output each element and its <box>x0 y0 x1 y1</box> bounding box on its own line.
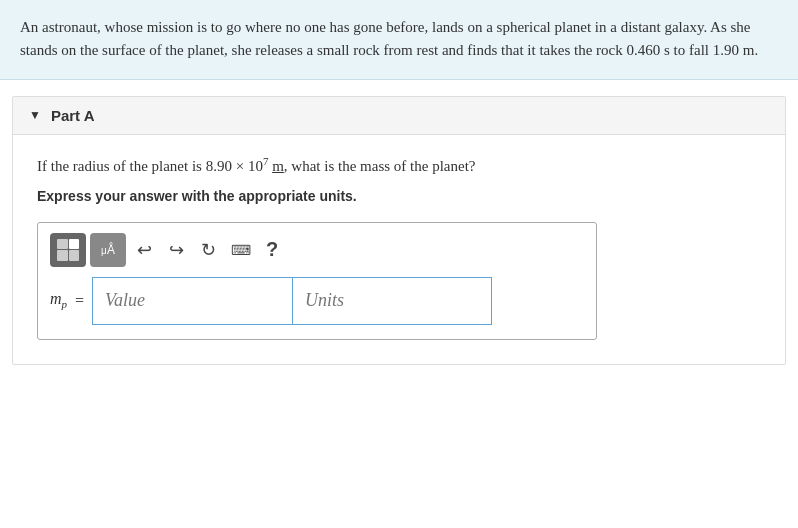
part-a-content: If the radius of the planet is 8.90 × 10… <box>13 135 785 364</box>
variable-subscript: p <box>62 299 68 311</box>
help-button[interactable]: ? <box>258 233 286 267</box>
collapse-arrow-icon[interactable]: ▼ <box>29 108 41 123</box>
equals-sign: = <box>75 292 84 310</box>
undo-button[interactable]: ↩ <box>130 233 158 267</box>
undo-icon: ↩ <box>137 239 152 261</box>
value-input[interactable] <box>92 277 292 325</box>
answer-box: μÅ ↩ ↪ ↻ ⌨ <box>37 222 597 340</box>
keyboard-button[interactable]: ⌨ <box>226 233 254 267</box>
reset-button[interactable]: ↻ <box>194 233 222 267</box>
units-input[interactable] <box>292 277 492 325</box>
keyboard-icon: ⌨ <box>231 242 250 258</box>
units-button[interactable]: μÅ <box>90 233 126 267</box>
part-a-header: ▼ Part A <box>13 97 785 135</box>
instruction-text: Express your answer with the appropriate… <box>37 188 761 204</box>
help-icon: ? <box>266 238 278 261</box>
variable-label: mp <box>50 290 67 310</box>
input-row: mp = <box>50 277 584 325</box>
problem-statement: An astronaut, whose mission is to go whe… <box>0 0 798 80</box>
part-a-section: ▼ Part A If the radius of the planet is … <box>12 96 786 365</box>
problem-text: An astronaut, whose mission is to go whe… <box>20 19 758 58</box>
template-button[interactable] <box>50 233 86 267</box>
question-main: If the radius of the planet is 8.90 × 10… <box>37 158 475 174</box>
redo-button[interactable]: ↪ <box>162 233 190 267</box>
question-text: If the radius of the planet is 8.90 × 10… <box>37 153 761 178</box>
refresh-icon: ↻ <box>201 239 216 261</box>
redo-icon: ↪ <box>169 239 184 261</box>
toolbar: μÅ ↩ ↪ ↻ ⌨ <box>50 233 584 267</box>
part-a-label: Part A <box>51 107 95 124</box>
